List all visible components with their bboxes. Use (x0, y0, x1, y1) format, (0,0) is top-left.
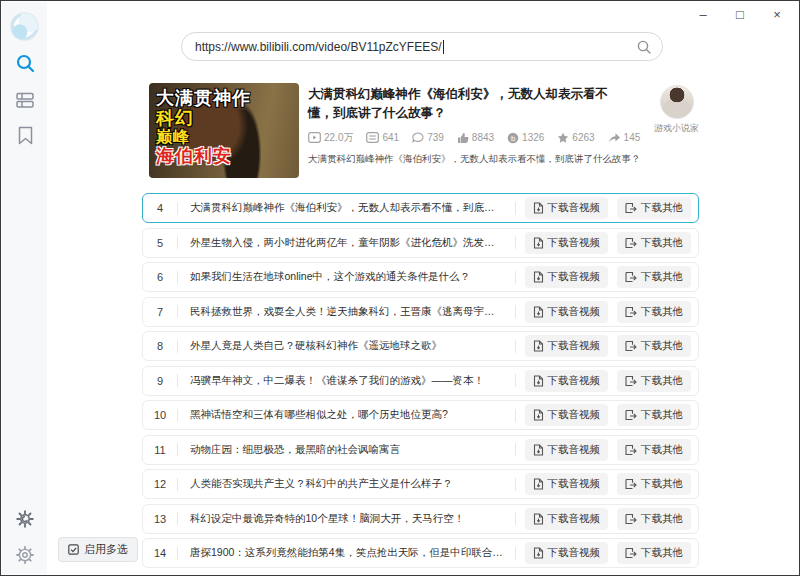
row-index: 9 (143, 375, 177, 387)
download-audio-video-label: 下载音视频 (548, 339, 601, 353)
divider (515, 547, 516, 560)
row-title: 人类能否实现共产主义？科幻中的共产主义是什么样子？ (178, 477, 515, 491)
search-icon[interactable] (13, 51, 37, 75)
download-audio-video-label: 下载音视频 (548, 408, 601, 422)
comment-stat: 739 (412, 132, 444, 143)
url-search-icon[interactable] (636, 39, 652, 55)
download-audio-video-button[interactable]: 下载音视频 (525, 473, 609, 495)
download-other-button[interactable]: 下载其他 (617, 542, 691, 564)
download-other-button[interactable]: 下载其他 (617, 439, 691, 461)
download-other-button[interactable]: 下载其他 (617, 232, 691, 254)
coin-icon: b (507, 132, 519, 144)
export-file-icon (625, 444, 637, 456)
row-index: 14 (143, 547, 177, 559)
divider (515, 478, 516, 491)
row-index: 8 (143, 340, 177, 352)
list-item[interactable]: 5 外星生物入侵，两小时进化两亿年，童年阴影《进化危机》洗发水拯救世界！ 下载音… (142, 228, 699, 258)
video-parts-list: 4 大满贯科幻巅峰神作《海伯利安》，无数人却表示看不懂，到底讲了什么故... 下… (142, 193, 699, 573)
download-other-button[interactable]: 下载其他 (617, 197, 691, 219)
list-item[interactable]: 11 动物庄园：细思极恐，最黑暗的社会讽喻寓言 下载音视频 下载其他 (142, 435, 699, 465)
download-other-label: 下载其他 (641, 374, 683, 388)
video-description: 大满贯科幻巅峰神作《海伯利安》，无数人却表示看不懂，到底讲了什么故事？ (308, 153, 644, 166)
list-item[interactable]: 4 大满贯科幻巅峰神作《海伯利安》，无数人却表示看不懂，到底讲了什么故... 下… (142, 193, 699, 223)
list-item[interactable]: 7 民科拯救世界，戏耍全人类！逆天抽象科幻，王晋康《逃离母宇宙》 下载音视频 下… (142, 297, 699, 327)
download-file-icon (533, 375, 544, 387)
download-audio-video-label: 下载音视频 (548, 477, 601, 491)
row-title: 民科拯救世界，戏耍全人类！逆天抽象科幻，王晋康《逃离母宇宙》 (178, 305, 515, 319)
download-audio-video-label: 下载音视频 (548, 374, 601, 388)
divider (515, 340, 516, 353)
divider (515, 305, 516, 318)
download-other-label: 下载其他 (641, 339, 683, 353)
download-other-label: 下载其他 (641, 236, 683, 250)
thumbnail-text: 大满贯神作 (156, 88, 299, 108)
export-file-icon (625, 271, 637, 283)
uploader: 游戏小说家 (654, 83, 699, 178)
minimize-icon[interactable]: – (695, 6, 711, 22)
download-audio-video-button[interactable]: 下载音视频 (525, 370, 609, 392)
list-item[interactable]: 10 黑神话悟空和三体有哪些相似之处，哪个历史地位更高? 下载音视频 下载其他 (142, 400, 699, 430)
theme-icon[interactable] (13, 507, 37, 531)
row-index: 6 (143, 271, 177, 283)
list-item[interactable]: 6 如果我们生活在地球online中，这个游戏的通关条件是什么？ 下载音视频 下… (142, 262, 699, 292)
row-title: 动物庄园：细思极恐，最黑暗的社会讽喻寓言 (178, 443, 515, 457)
svg-text:b: b (511, 133, 515, 142)
row-index: 10 (143, 409, 177, 421)
row-index: 11 (143, 444, 177, 456)
download-audio-video-button[interactable]: 下载音视频 (525, 335, 609, 357)
list-item[interactable]: 13 科幻设定中最诡异奇特的10个星球！脑洞大开，天马行空！ 下载音视频 下载其… (142, 504, 699, 534)
download-other-button[interactable]: 下载其他 (617, 473, 691, 495)
download-audio-video-label: 下载音视频 (548, 270, 601, 284)
divider (515, 443, 516, 456)
download-other-button[interactable]: 下载其他 (617, 404, 691, 426)
download-audio-video-label: 下载音视频 (548, 443, 601, 457)
download-audio-video-button[interactable]: 下载音视频 (525, 508, 609, 530)
enable-multi-select-button[interactable]: 启用多选 (58, 537, 138, 562)
download-other-button[interactable]: 下载其他 (617, 370, 691, 392)
card-list-icon[interactable] (13, 88, 37, 112)
download-audio-video-button[interactable]: 下载音视频 (525, 232, 609, 254)
row-title: 外星生物入侵，两小时进化两亿年，童年阴影《进化危机》洗发水拯救世界！ (178, 236, 515, 250)
download-file-icon (533, 409, 544, 421)
divider (515, 271, 516, 284)
divider (515, 512, 516, 525)
download-file-icon (533, 513, 544, 525)
row-index: 4 (143, 202, 177, 214)
download-audio-video-label: 下载音视频 (548, 305, 601, 319)
row-title: 大满贯科幻巅峰神作《海伯利安》，无数人却表示看不懂，到底讲了什么故... (178, 201, 515, 215)
download-audio-video-button[interactable]: 下载音视频 (525, 404, 609, 426)
row-index: 12 (143, 478, 177, 490)
download-other-button[interactable]: 下载其他 (617, 301, 691, 323)
divider (515, 374, 516, 387)
settings-icon[interactable] (13, 543, 37, 567)
list-item[interactable]: 12 人类能否实现共产主义？科幻中的共产主义是什么样子？ 下载音视频 下载其他 (142, 469, 699, 499)
download-audio-video-label: 下载音视频 (548, 546, 601, 560)
download-audio-video-button[interactable]: 下载音视频 (525, 266, 609, 288)
download-other-label: 下载其他 (641, 546, 683, 560)
download-audio-video-button[interactable]: 下载音视频 (525, 542, 609, 564)
download-audio-video-button[interactable]: 下载音视频 (525, 301, 609, 323)
like-icon (457, 132, 469, 144)
download-audio-video-button[interactable]: 下载音视频 (525, 197, 609, 219)
url-input[interactable]: https://www.bilibili.com/video/BV11pZcYF… (181, 32, 663, 61)
download-file-icon (533, 271, 544, 283)
list-item[interactable]: 14 唐探1900：这系列竟然能拍第4集，笑点抢出天际，但是中印联合反美 下载音… (142, 538, 699, 568)
download-file-icon (533, 478, 544, 490)
download-other-label: 下载其他 (641, 305, 683, 319)
download-other-button[interactable]: 下载其他 (617, 266, 691, 288)
download-other-button[interactable]: 下载其他 (617, 508, 691, 530)
play-count-stat: 22.0万 (308, 131, 353, 145)
maximize-icon[interactable]: □ (732, 6, 748, 22)
list-item[interactable]: 9 冯骥早年神文，中二爆表！《谁谋杀了我们的游戏》——资本！ 下载音视频 下载其… (142, 366, 699, 396)
list-item[interactable]: 8 外星人竟是人类自己？硬核科幻神作《遥远地球之歌》 下载音视频 下载其他 (142, 331, 699, 361)
download-file-icon (533, 547, 544, 559)
danmaku-icon (366, 132, 379, 143)
video-title: 大满贯科幻巅峰神作《海伯利安》，无数人却表示看不懂，到底讲了什么故事？ (308, 85, 626, 124)
download-file-icon (533, 237, 544, 249)
close-icon[interactable]: × (769, 6, 785, 22)
bookmark-icon[interactable] (13, 123, 37, 147)
download-audio-video-button[interactable]: 下载音视频 (525, 439, 609, 461)
download-other-button[interactable]: 下载其他 (617, 335, 691, 357)
download-audio-video-label: 下载音视频 (548, 236, 601, 250)
like-stat: 8843 (457, 132, 494, 144)
